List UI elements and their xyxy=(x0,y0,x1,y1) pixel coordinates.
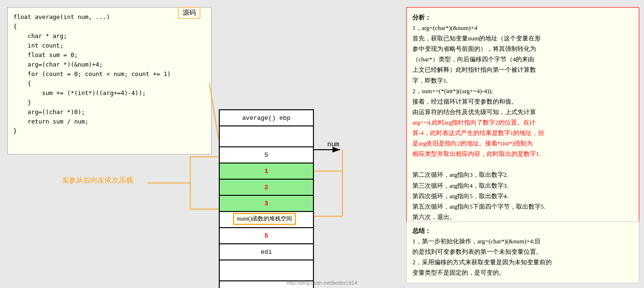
stack-header: average() ebp xyxy=(219,110,313,126)
analysis-line-18: 第六次，退出。 xyxy=(412,212,633,222)
analysis-line-7: 接着，经过循环计算可变参数的和值。 xyxy=(412,96,633,107)
stack-cell-3: 3 xyxy=(219,195,313,211)
main-function-label: main()函数的堆栈空间 xyxy=(233,213,296,225)
stack-cell-0: 5 xyxy=(219,147,313,163)
code-panel: float average(int num, ...) { char * arg… xyxy=(7,7,212,154)
analysis-line-12: 相应类型并取出相应内容，此时取出的是数字1. xyxy=(412,149,633,159)
analysis-line-10: 算-4，此时表达式产生的结果是数字1的地址，但 xyxy=(412,128,633,138)
summary-line-3: 变量类型不是固定的，是可变的。 xyxy=(412,268,633,278)
analysis-title: 分析： xyxy=(412,12,633,23)
stack-header-row: average() ebp xyxy=(219,110,313,126)
summary-line-0: 1，第一步初始化操作，arg=(char*)(&num)+4;目 xyxy=(412,236,633,247)
analysis-panel: 分析： 1，arg=(char*)(&num)+4 首先，获取已知变量num的地… xyxy=(406,7,639,226)
stack-row-7 xyxy=(219,260,313,281)
source-code-label: 源码 xyxy=(178,7,200,19)
analysis-line-15: 第三次循环，arg指向4，取出数字3. xyxy=(412,181,633,191)
stack-row-6: edi xyxy=(219,244,313,260)
summary-panel: 总结： 1，第一步初始化操作，arg=(char*)(&num)+4;目 的是找… xyxy=(406,221,639,283)
stack-table: average() ebp 5 1 2 3 4 5 xyxy=(219,109,314,288)
stack-cell-5: 5 xyxy=(219,228,313,244)
stack-row-5: 5 xyxy=(219,228,313,244)
analysis-line-1: 首先，获取已知变量num的地址（这个变量在形 xyxy=(412,33,633,44)
num-label: num xyxy=(327,141,339,148)
analysis-line-14: 第二次循环，arg指向3，取出数字2. xyxy=(412,170,633,180)
analysis-line-0: 1，arg=(char*)(&num)+4 xyxy=(412,23,633,33)
stack-cell-1: 1 xyxy=(219,163,313,179)
analysis-line-16: 第四次循环，arg指向5，取出数字4. xyxy=(412,191,633,202)
stack-cell-7 xyxy=(219,260,313,281)
main-container: float average(int num, ...) { char * arg… xyxy=(0,0,644,288)
watermark: http://blog.csdn.net/better1914 xyxy=(287,280,358,286)
stack-row-0: 5 xyxy=(219,147,313,163)
stack-cell-empty-top xyxy=(219,126,313,147)
analysis-line-8: 由运算符的结合性及优先级可知，上式先计算 xyxy=(412,107,633,117)
summary-title: 总结： xyxy=(412,226,633,236)
stack-row-3: 3 xyxy=(219,195,313,211)
analysis-line-4: 上文已经解释）此时指针指向第一个被计算数 xyxy=(412,65,633,75)
analysis-line-2: 参中变现为省略号前面的），将其强制转化为 xyxy=(412,44,633,54)
summary-line-1: 的是找到可变参数列表的第一个未知变量位置。 xyxy=(412,247,633,257)
analysis-line-9: arg+=4,此时arg指针指向了数字2的位置。在计 xyxy=(412,117,633,128)
analysis-line-3: （char*）类型，向后偏移四个字节（4的来由 xyxy=(412,54,633,65)
analysis-line-6: 2，sum+=(*(int*)((arg+=4)-4)); xyxy=(412,86,633,96)
stack-cell-6: edi xyxy=(219,244,313,260)
stack-row-2: 2 xyxy=(219,179,313,195)
code-content: float average(int num, ...) { char * arg… xyxy=(13,12,205,136)
left-chinese-label: 实参从右向左依次压栈 xyxy=(62,176,133,185)
analysis-blank xyxy=(412,159,633,170)
analysis-line-5: 字，即数字1. xyxy=(412,76,633,86)
stack-cell-2: 2 xyxy=(219,179,313,195)
analysis-line-17: 第五次循环，arg指向5下面四个字节，取出数字5. xyxy=(412,202,633,212)
analysis-line-11: 是arg依旧是指向2的地址。接着*(int*)强制为 xyxy=(412,138,633,149)
summary-line-2: 2，采用偏移的方式来获取变量是因为未知变量前的 xyxy=(412,257,633,268)
stack-row-1: 1 xyxy=(219,163,313,179)
stack-row-empty-top xyxy=(219,126,313,147)
stack-container: average() ebp 5 1 2 3 4 5 xyxy=(219,109,314,288)
